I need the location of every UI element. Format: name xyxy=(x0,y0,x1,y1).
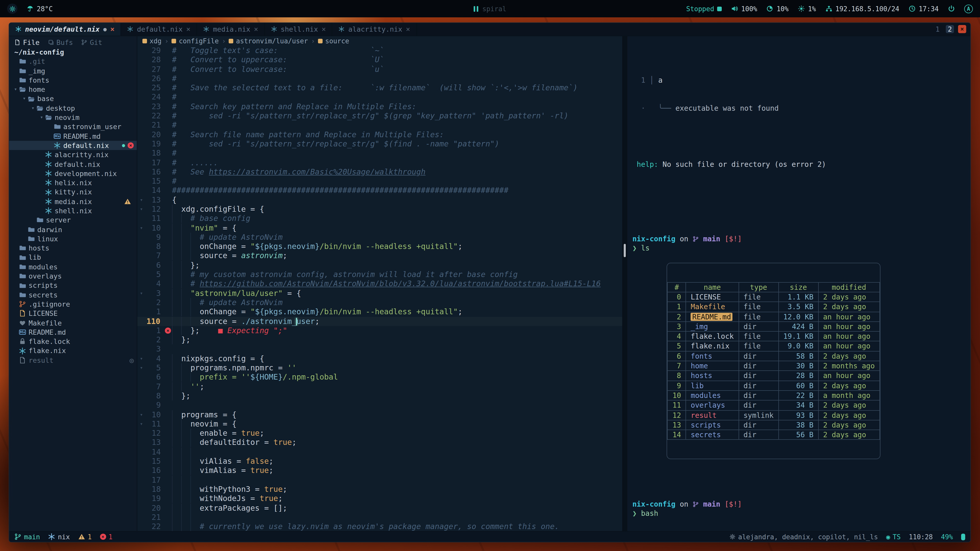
editor-line[interactable]: ▾11 neovim = { xyxy=(137,419,622,429)
editor-line[interactable]: ▾10 programs = { xyxy=(137,410,622,419)
editor-line[interactable]: ▾4 nixpkgs.config = { xyxy=(137,354,622,364)
tree-item[interactable]: ▾home xyxy=(9,85,137,94)
window-separator[interactable] xyxy=(622,36,627,531)
tree-item[interactable]: secrets xyxy=(9,290,137,300)
close-tab-icon[interactable]: × xyxy=(254,25,258,33)
editor-line[interactable]: 12 enable = true; xyxy=(137,429,622,438)
breadcrumb-item[interactable]: xdg xyxy=(142,37,162,45)
tree-item[interactable]: helix.nix xyxy=(9,178,137,187)
buffer-tab[interactable]: alacritty.nix× xyxy=(332,23,417,36)
editor-line[interactable]: ▾12 xdg.configFile = { xyxy=(137,205,622,214)
tree-item[interactable]: default.nix xyxy=(9,159,137,169)
tree-item[interactable]: overlays xyxy=(9,272,137,281)
editor-line[interactable]: 20 extraPackages = []; xyxy=(137,503,622,513)
tree-item[interactable]: darwin xyxy=(9,225,137,234)
tree-item[interactable]: scripts xyxy=(9,281,137,290)
fold-icon[interactable]: ▾ xyxy=(137,289,145,298)
tree-item[interactable]: _img xyxy=(9,66,137,76)
editor-line[interactable]: 29# Toggle text's case: `~` xyxy=(137,46,622,56)
tree-item[interactable]: flake.lock xyxy=(9,337,137,346)
editor-line[interactable]: 20# Search file name pattern and Replace… xyxy=(137,130,622,139)
tree-item[interactable]: README.md xyxy=(9,131,137,141)
buffer-tab[interactable]: shell.nix× xyxy=(265,23,332,36)
editor-line[interactable]: 16 vimAlias = true; xyxy=(137,466,622,475)
weather-widget[interactable]: 28°C xyxy=(27,5,53,13)
editor-line[interactable]: 2 }; xyxy=(137,335,622,345)
editor-line[interactable]: 110 source = ./astronvim_user; xyxy=(137,317,622,326)
tree-item[interactable]: .git xyxy=(9,57,137,66)
tree-item[interactable]: linux xyxy=(9,234,137,244)
editor-line[interactable]: 22 # currently we use lazy.nvim as neovi… xyxy=(137,522,622,531)
tree-item[interactable]: media.nix xyxy=(9,197,137,206)
editor-line[interactable]: 15# xyxy=(137,176,622,186)
editor-line[interactable]: 1× }; ■ Expecting ";" xyxy=(137,326,622,335)
neo-tree-tab-file[interactable]: File xyxy=(14,38,40,47)
brightness-widget[interactable]: 1% xyxy=(798,5,816,13)
editor-line[interactable]: ▾13{ xyxy=(137,195,622,205)
neo-tree-tab-bufs[interactable]: Bufs xyxy=(48,38,73,47)
chevron-icon[interactable]: ▾ xyxy=(30,103,36,113)
clock-widget[interactable]: 17:34 xyxy=(908,5,939,13)
editor-line[interactable]: 4 # https://github.com/AstroNvim/AstroNv… xyxy=(137,279,622,289)
tree-item[interactable]: lib xyxy=(9,253,137,262)
breadcrumb-item[interactable]: astronvim/lua/user xyxy=(229,37,308,45)
tabpage-1[interactable]: 1 xyxy=(933,25,942,33)
editor-line[interactable]: 6 }; xyxy=(137,261,622,270)
buffer-tab[interactable]: default.nix× xyxy=(121,23,197,36)
tree-item[interactable]: ▾base xyxy=(9,94,137,103)
editor-line[interactable]: 24# xyxy=(137,93,622,102)
breadcrumb-item[interactable]: configFile xyxy=(172,37,219,45)
chevron-icon[interactable]: ▾ xyxy=(21,94,27,103)
close-tab-icon[interactable]: × xyxy=(406,25,410,33)
editor-line[interactable]: 13 defaultEditor = true; xyxy=(137,438,622,448)
editor-line[interactable]: 19# sed -ri "s/pattern_str/replace_str/g… xyxy=(137,139,622,149)
buffer-tab[interactable]: neovim/default.nix●× xyxy=(9,23,121,36)
tree-item[interactable]: ▾neovim xyxy=(9,113,137,122)
fold-icon[interactable]: ▾ xyxy=(137,354,145,364)
editor-line[interactable]: ▾3 "astronvim/lua/user" = { xyxy=(137,289,622,298)
tree-item[interactable]: default.nix●× xyxy=(9,141,137,150)
tree-item[interactable]: shell.nix xyxy=(9,206,137,216)
fold-icon[interactable]: ▾ xyxy=(137,363,145,373)
editor-line[interactable]: 19 withNodeJs = true; xyxy=(137,494,622,503)
tree-item[interactable]: fonts xyxy=(9,76,137,85)
git-branch[interactable]: main xyxy=(14,533,40,540)
tree-item[interactable]: Makefile xyxy=(9,318,137,327)
tree-item[interactable]: flake.nix xyxy=(9,346,137,356)
tree-item[interactable]: kitty.nix xyxy=(9,187,137,197)
editor-line[interactable]: 18 withPython3 = true; xyxy=(137,485,622,494)
tree-item[interactable]: astronvim_user xyxy=(9,122,137,132)
diagnostic-warnings[interactable]: 1 xyxy=(78,533,92,540)
editor-line[interactable]: ▾5 programs.npm.npmrc = '' xyxy=(137,363,622,373)
launcher-icon[interactable] xyxy=(7,3,18,14)
diagnostic-errors[interactable]: × 1 xyxy=(100,533,113,540)
power-button[interactable] xyxy=(948,5,955,12)
editor-line[interactable]: 11 # base config xyxy=(137,214,622,224)
chevron-icon[interactable]: ▾ xyxy=(38,113,45,122)
editor-line[interactable]: 25# Save the selected text to a file: `:… xyxy=(137,83,622,93)
tree-item[interactable]: ▾desktop xyxy=(9,103,137,113)
editor-pane[interactable]: xdg›configFile›astronvim/lua/user›source… xyxy=(137,36,622,531)
editor-line[interactable]: 14######################################… xyxy=(137,186,622,195)
tree-item[interactable]: alacritty.nix xyxy=(9,150,137,159)
tree-item[interactable]: LICENSE xyxy=(9,309,137,318)
fold-icon[interactable]: ▾ xyxy=(137,205,145,214)
editor-line[interactable]: 23# Search key pattern and Replace in Mu… xyxy=(137,102,622,111)
tree-item[interactable]: development.nix xyxy=(9,169,137,178)
fold-icon[interactable]: ▾ xyxy=(137,195,145,205)
editor-line[interactable]: 5 # my cusotom astronvim config, astronv… xyxy=(137,270,622,279)
fold-icon[interactable]: ▾ xyxy=(137,419,145,429)
editor-line[interactable]: 27# Convert to lowercase: `u` xyxy=(137,65,622,74)
chevron-icon[interactable]: ▾ xyxy=(12,85,19,94)
network-widget[interactable]: 192.168.5.100/24 xyxy=(825,5,899,13)
editor-line[interactable]: 1 onChange = "${pkgs.neovim}/bin/nvim --… xyxy=(137,307,622,317)
editor-line[interactable]: ▾10 "nvim" = { xyxy=(137,223,622,233)
close-window-button[interactable]: × xyxy=(958,25,966,33)
close-tab-icon[interactable]: × xyxy=(110,25,115,33)
editor-line[interactable]: 15 viAlias = false; xyxy=(137,457,622,466)
editor-line[interactable]: 7 ''; xyxy=(137,382,622,391)
editor-line[interactable]: 26# xyxy=(137,74,622,83)
buffer-tab[interactable]: media.nix× xyxy=(197,23,265,36)
editor-line[interactable]: 14 xyxy=(137,447,622,457)
editor-line[interactable]: 17 xyxy=(137,475,622,485)
